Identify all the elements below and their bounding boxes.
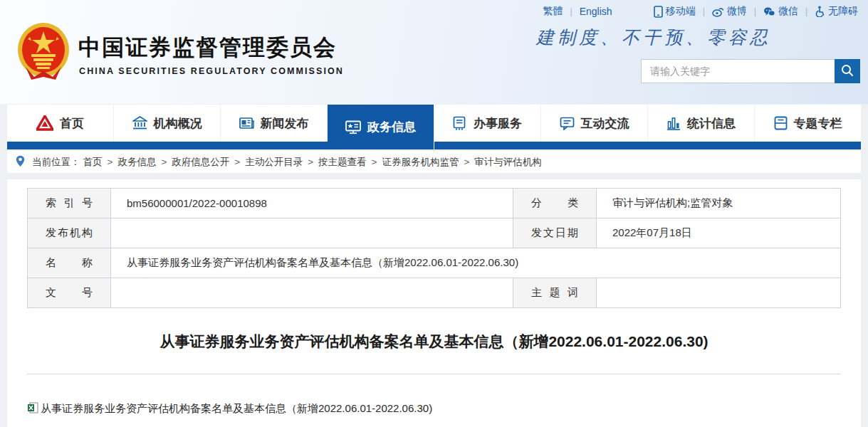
nav-item-news[interactable]: 新闻发布 bbox=[221, 105, 328, 142]
lang-english-link[interactable]: English bbox=[580, 6, 612, 17]
nav-label: 首页 bbox=[60, 115, 84, 132]
name-label: 名称 bbox=[28, 248, 111, 278]
subject-words-value bbox=[597, 278, 841, 308]
index-no-value: bm56000001/2022-00010898 bbox=[111, 189, 513, 218]
national-emblem-logo bbox=[16, 21, 71, 83]
breadcrumb-item-catalog[interactable]: 主动公开目录 bbox=[245, 156, 303, 169]
divider: | bbox=[754, 6, 756, 16]
divider: | bbox=[805, 6, 807, 16]
bank-icon bbox=[132, 116, 147, 130]
nav-label: 新闻发布 bbox=[261, 115, 309, 132]
site-header: 繁體 | English 移动端 | 微博 | 微信 | 无障碍 bbox=[0, 0, 868, 104]
article-title: 从事证券服务业务资产评估机构备案名单及基本信息（新增2022.06.01-202… bbox=[27, 332, 841, 352]
publisher-value bbox=[111, 218, 513, 248]
weibo-icon bbox=[712, 6, 724, 17]
nav-item-statistics[interactable]: 统计信息 bbox=[648, 105, 755, 142]
topics-icon bbox=[774, 116, 788, 130]
breadcrumb-item-service-org[interactable]: 证券服务机构监管 bbox=[382, 156, 459, 169]
subject-words-label: 主题词 bbox=[513, 278, 597, 308]
document-meta-table: 索引号 bm56000001/2022-00010898 分类 审计与评估机构;… bbox=[27, 188, 841, 308]
mobile-icon bbox=[654, 6, 663, 18]
category-label: 分类 bbox=[513, 189, 597, 218]
divider: | bbox=[570, 6, 572, 16]
issue-date-label: 发文日期 bbox=[513, 218, 597, 248]
breadcrumb-separator: > bbox=[372, 157, 377, 167]
weibo-label: 微博 bbox=[727, 5, 747, 18]
doc-number-value bbox=[111, 278, 513, 308]
article-container: 索引号 bm56000001/2022-00010898 分类 审计与评估机构;… bbox=[7, 179, 861, 427]
services-icon bbox=[453, 116, 467, 130]
search-icon bbox=[840, 63, 854, 80]
accessibility-link[interactable]: 无障碍 bbox=[815, 5, 858, 18]
nav-label: 互动交流 bbox=[581, 115, 629, 132]
site-title-chinese: 中国证券监督管理委员会 bbox=[78, 33, 337, 63]
accessibility-icon bbox=[815, 6, 825, 17]
breadcrumb-separator: > bbox=[234, 157, 240, 167]
nav-label: 机构概况 bbox=[154, 115, 202, 132]
breadcrumb-separator: > bbox=[308, 157, 313, 167]
site-search bbox=[641, 59, 860, 83]
lang-traditional-link[interactable]: 繁體 bbox=[543, 5, 563, 18]
nav-label: 专题专栏 bbox=[794, 115, 842, 132]
csrc-logo-icon bbox=[36, 115, 53, 131]
monitor-icon bbox=[345, 120, 361, 135]
breadcrumb: 当前位置： 首页 > 政务信息 > 政府信息公开 > 主动公开目录 > 按主题查… bbox=[7, 151, 861, 173]
breadcrumb-item-gov-info[interactable]: 政务信息 bbox=[117, 156, 156, 169]
nav-label: 政务信息 bbox=[367, 119, 416, 135]
nav-label: 办事服务 bbox=[474, 115, 522, 132]
main-navigation: 首页 机构概况 新闻发布 政务信息 办事服务 互动交流 统计信息 专题专栏 bbox=[7, 105, 861, 149]
breadcrumb-item-by-topic[interactable]: 按主题查看 bbox=[318, 156, 367, 169]
location-pin-icon bbox=[16, 155, 29, 169]
category-value: 审计与评估机构;监管对象 bbox=[597, 189, 841, 218]
attachment-link[interactable]: 从事证券服务业务资产评估机构备案名单及基本信息（新增2022.06.01-202… bbox=[27, 402, 841, 416]
accessibility-label: 无障碍 bbox=[828, 5, 858, 18]
table-row: 文号 主题词 bbox=[28, 278, 841, 308]
issue-date-value: 2022年07月18日 bbox=[597, 218, 841, 248]
top-utility-bar: 繁體 | English 移动端 | 微博 | 微信 | 无障碍 bbox=[543, 5, 858, 18]
publisher-label: 发布机构 bbox=[28, 218, 111, 248]
table-row: 索引号 bm56000001/2022-00010898 分类 审计与评估机构;… bbox=[28, 189, 841, 218]
table-row: 名称 从事证券服务业务资产评估机构备案名单及基本信息（新增2022.06.01-… bbox=[28, 248, 841, 278]
breadcrumb-separator: > bbox=[161, 157, 167, 167]
nav-item-government-info[interactable]: 政务信息 bbox=[328, 105, 434, 149]
excel-file-icon bbox=[27, 402, 38, 416]
breadcrumb-separator: > bbox=[464, 157, 469, 167]
nav-item-special-topics[interactable]: 专题专栏 bbox=[755, 105, 861, 142]
divider bbox=[27, 374, 841, 374]
breadcrumb-item-disclosure[interactable]: 政府信息公开 bbox=[172, 156, 229, 169]
site-title-english: CHINA SECURITIES REGULATORY COMMISSION bbox=[79, 66, 344, 76]
news-icon bbox=[239, 117, 254, 130]
search-input[interactable] bbox=[641, 59, 835, 83]
breadcrumb-item-audit-eval[interactable]: 审计与评估机构 bbox=[474, 156, 542, 169]
weibo-link[interactable]: 微博 bbox=[712, 5, 747, 18]
wechat-label: 微信 bbox=[778, 5, 798, 18]
wechat-icon bbox=[763, 6, 775, 17]
breadcrumb-label: 当前位置： bbox=[32, 156, 80, 169]
nav-item-home[interactable]: 首页 bbox=[7, 105, 114, 142]
mobile-label: 移动端 bbox=[666, 5, 696, 18]
wechat-link[interactable]: 微信 bbox=[763, 5, 798, 18]
breadcrumb-item-home[interactable]: 首页 bbox=[83, 156, 103, 169]
nav-item-services[interactable]: 办事服务 bbox=[434, 105, 541, 142]
chat-icon bbox=[560, 117, 575, 130]
nav-item-about[interactable]: 机构概况 bbox=[114, 105, 221, 142]
nav-item-interaction[interactable]: 互动交流 bbox=[541, 105, 648, 142]
table-row: 发布机构 发文日期 2022年07月18日 bbox=[28, 218, 841, 248]
doc-number-label: 文号 bbox=[28, 278, 111, 308]
mobile-link[interactable]: 移动端 bbox=[654, 5, 696, 18]
breadcrumb-separator: > bbox=[108, 157, 113, 167]
index-no-label: 索引号 bbox=[28, 189, 111, 218]
search-button[interactable] bbox=[835, 59, 860, 83]
bar-chart-icon bbox=[666, 116, 681, 130]
name-value: 从事证券服务业务资产评估机构备案名单及基本信息（新增2022.06.01-202… bbox=[111, 248, 841, 278]
divider: | bbox=[703, 6, 705, 16]
attachment-name: 从事证券服务业务资产评估机构备案名单及基本信息（新增2022.06.01-202… bbox=[41, 402, 432, 416]
policy-slogan: 建制度、不干预、零容忍 bbox=[536, 26, 771, 49]
nav-label: 统计信息 bbox=[687, 115, 736, 132]
